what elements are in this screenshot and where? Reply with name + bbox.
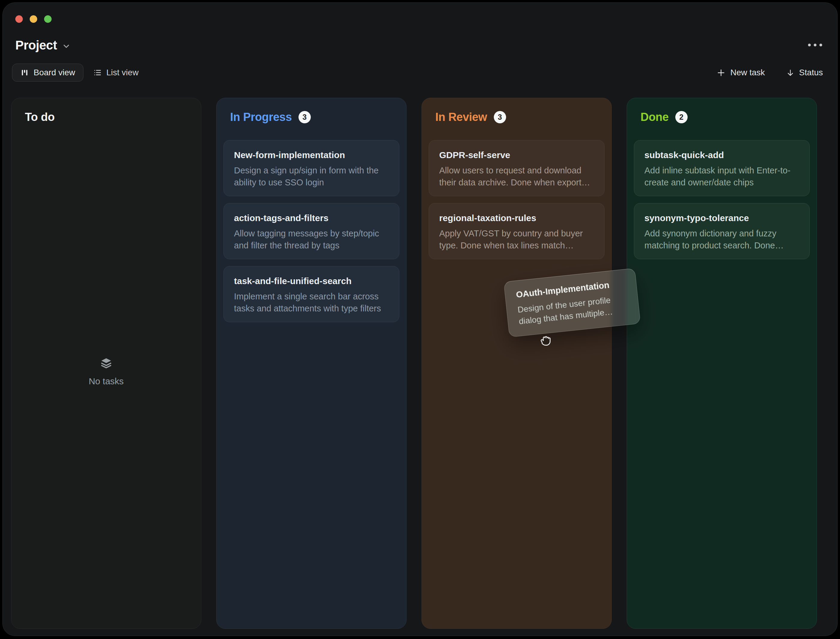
column-in-progress: In Progress 3 New-form-implementation De…	[216, 98, 407, 629]
grabbing-hand-cursor	[539, 333, 552, 349]
status-sort-button[interactable]: Status	[780, 64, 829, 82]
close-button[interactable]	[15, 15, 23, 23]
kanban-columns-icon	[20, 68, 29, 77]
column-title: To do	[25, 110, 55, 124]
task-card-description: Add synonym dictionary and fuzzy matchin…	[645, 227, 799, 251]
chevron-down-icon	[62, 42, 71, 51]
column-todo: To do No tasks	[11, 98, 201, 629]
task-card-description: Allow users to request and download thei…	[439, 164, 594, 188]
screen: Project Board view	[0, 0, 840, 639]
app-window: Project Board view	[2, 2, 838, 636]
column-in-review: In Review 3 GDPR-self-serve Allow users …	[421, 98, 612, 629]
task-card[interactable]: action-tags-and-filters Allow tagging me…	[224, 203, 399, 259]
window-controls	[15, 15, 52, 23]
task-card[interactable]: task-and-file-unified-search Implement a…	[224, 266, 399, 322]
task-card-title: action-tags-and-filters	[234, 212, 389, 224]
task-card-title: New-form-implementation	[234, 149, 389, 161]
task-card[interactable]: GDPR-self-serve Allow users to request a…	[429, 140, 605, 196]
task-card[interactable]: New-form-implementation Design a sign up…	[224, 140, 399, 196]
column-header: In Progress 3	[230, 110, 399, 124]
arrow-down-icon	[786, 68, 795, 77]
empty-state-label: No tasks	[89, 376, 124, 386]
list-icon	[93, 68, 102, 77]
card-list: New-form-implementation Design a sign up…	[224, 140, 399, 322]
new-task-label: New task	[730, 68, 765, 77]
task-card-description: Implement a single search bar across tas…	[234, 290, 389, 315]
plus-icon	[716, 68, 726, 77]
board-view-button[interactable]: Board view	[12, 64, 83, 82]
new-task-button[interactable]: New task	[710, 64, 771, 82]
task-card-description: Apply VAT/GST by country and buyer type.…	[439, 227, 594, 251]
task-card-title: task-and-file-unified-search	[234, 275, 389, 287]
toolbar: Board view List view New task	[12, 64, 829, 82]
task-card[interactable]: regional-taxation-rules Apply VAT/GST by…	[429, 203, 605, 259]
column-header: In Review 3	[435, 110, 605, 124]
column-count-badge: 3	[494, 111, 506, 123]
task-card-title: subtask-quick-add	[645, 149, 799, 161]
zoom-button[interactable]	[44, 15, 52, 23]
task-card[interactable]: synonym-typo-tolerance Add synonym dicti…	[634, 203, 810, 259]
column-title: Done	[640, 110, 669, 124]
layers-icon	[99, 356, 113, 371]
board: To do No tasks In Progress 3 New-form-im…	[11, 98, 817, 629]
status-label: Status	[799, 68, 823, 77]
task-card-description: Design a sign up/sign in form with the a…	[234, 164, 389, 188]
card-list: GDPR-self-serve Allow users to request a…	[429, 140, 605, 259]
window-menu-button[interactable]	[805, 41, 825, 50]
column-title: In Review	[435, 110, 487, 124]
column-header: Done 2	[640, 110, 810, 124]
card-list: subtask-quick-add Add inline subtask inp…	[634, 140, 810, 259]
column-done: Done 2 subtask-quick-add Add inline subt…	[627, 98, 817, 629]
empty-state: No tasks	[11, 356, 201, 386]
task-card-description: Add inline subtask input with Enter-to-c…	[645, 164, 799, 188]
task-card[interactable]: subtask-quick-add Add inline subtask inp…	[634, 140, 810, 196]
column-count-badge: 3	[299, 111, 311, 123]
task-card-title: synonym-typo-tolerance	[645, 212, 799, 224]
page-title: Project	[15, 38, 57, 53]
toolbar-right: New task Status	[710, 64, 829, 82]
board-view-label: Board view	[33, 68, 75, 77]
project-title-dropdown[interactable]: Project	[15, 38, 71, 53]
column-title: In Progress	[230, 110, 292, 124]
task-card-title: GDPR-self-serve	[439, 149, 594, 161]
list-view-button[interactable]: List view	[86, 64, 145, 82]
column-count-badge: 2	[675, 111, 688, 123]
task-card-description: Allow tagging messages by step/topic and…	[234, 227, 389, 251]
minimize-button[interactable]	[30, 15, 37, 23]
task-card-title: regional-taxation-rules	[439, 212, 594, 224]
column-header: To do	[25, 110, 194, 124]
list-view-label: List view	[106, 68, 138, 77]
ellipsis-icon	[807, 43, 823, 47]
